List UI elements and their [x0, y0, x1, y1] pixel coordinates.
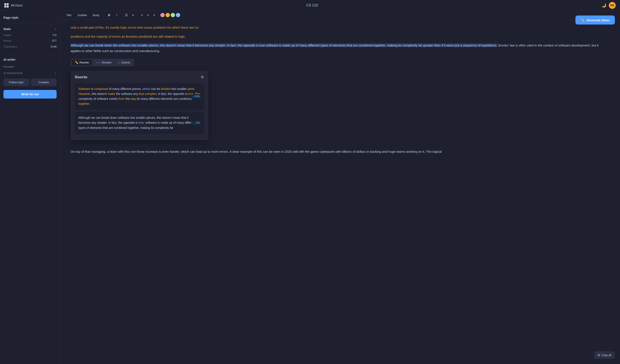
unordered-list-icon[interactable]: ☰: [123, 13, 130, 18]
stats-chevron-icon: ∨: [55, 28, 57, 30]
rewrite-popup-header: Rewrite ↻: [75, 75, 204, 80]
words-value: 377: [52, 39, 57, 42]
rewrite-inline-button[interactable]: ✏️ Rewrite: [72, 60, 92, 65]
prompt-chevron-icon: ›: [56, 66, 57, 68]
color-yellow-dot[interactable]: [166, 13, 170, 17]
stats-table: Pages 0.5 Words 377 Characters 2146: [3, 32, 57, 49]
copy-all-button[interactable]: ⊞ Copy all: [594, 351, 615, 359]
stats-words-row: Words 377: [3, 38, 57, 43]
align-right-icon[interactable]: ≡: [152, 13, 157, 18]
divider-2: [3, 54, 57, 54]
stats-chars-row: Characters 2146: [3, 44, 57, 49]
theme-toggle-icon[interactable]: 🌙: [602, 3, 606, 8]
rewrite-label: Rewrite: [79, 61, 89, 64]
badge-value-2: -1%: [195, 121, 200, 124]
toolbar-separator-1: [104, 13, 104, 17]
rewrite-icon: ✏️: [75, 61, 78, 64]
editor-area: Title Subtitle Body B I ☰ ≡ ≡ ≡ ≡ only a…: [60, 11, 620, 364]
highlight-software: Software: [78, 87, 90, 91]
color-red-dot[interactable]: [160, 13, 165, 17]
page-style-label: Page style: [3, 16, 18, 19]
prompt-section[interactable]: PROMPT ›: [3, 64, 57, 70]
pages-value: 0.5: [53, 33, 57, 37]
color-blue-dot[interactable]: [176, 13, 180, 17]
subtitle-format-button[interactable]: Subtitle: [75, 13, 89, 18]
highlight-way: way: [131, 97, 136, 100]
extend-inline-button[interactable]: ↔ Extend: [115, 60, 133, 65]
app-grid-icon[interactable]: [4, 3, 9, 8]
ai-behaviour-section[interactable]: AI BEHAVIOUR ∨: [3, 70, 57, 76]
badge-value-1: -10%: [194, 95, 200, 98]
divider-1: [3, 24, 57, 24]
italic-button[interactable]: I: [114, 13, 120, 18]
footer-paragraph: On top of that managing, a team with thi…: [71, 149, 610, 154]
highlight-true-semicolon: true;: [139, 121, 144, 124]
rewrite-option-2[interactable]: Although we can break down software into…: [75, 112, 204, 134]
write-for-me-button[interactable]: Write for me: [3, 90, 57, 99]
toolbar-separator-3: [137, 13, 138, 17]
highlight-less-complex: less complex;: [139, 92, 157, 95]
rewrite-popup: Rewrite ↻ Software is composed of many d…: [71, 71, 208, 140]
align-center-icon[interactable]: ≡: [145, 13, 151, 18]
copy-all-label: Copy all: [601, 353, 611, 357]
selected-paragraph: Although we can break down the software …: [71, 43, 610, 54]
rewrite-refresh-button[interactable]: ↻: [201, 75, 204, 80]
topbar-left: All Docs: [4, 3, 23, 8]
format-toolbar: Title Subtitle Body B I ☰ ≡ ≡ ≡ ≡: [60, 11, 620, 20]
words-label: Words: [3, 39, 11, 42]
generate-ideas-label: Generate Ideas: [587, 18, 610, 22]
avatar[interactable]: NN: [609, 2, 616, 9]
highlighted-text: Although we can break down the software …: [71, 44, 497, 47]
highlight-from: from: [119, 97, 125, 100]
bold-button[interactable]: B: [106, 13, 113, 18]
stats-label: Stats: [3, 27, 11, 31]
color-green-dot[interactable]: [171, 13, 175, 17]
ordered-list-icon[interactable]: ≡: [130, 13, 136, 18]
body-format-button[interactable]: Body: [90, 13, 102, 18]
page-style-chevron-icon: ›: [56, 16, 57, 19]
sidebar: Page style › Stats ∨ Pages 0.5 Words 377…: [0, 11, 60, 364]
extend-icon: ↔: [118, 61, 120, 64]
badge-down-icon-1: ↓: [192, 95, 193, 98]
highlight-together: together.: [78, 102, 90, 106]
shorten-inline-button[interactable]: →→ Shorten: [92, 60, 115, 65]
page-style-section[interactable]: Page style ›: [3, 14, 57, 22]
badge-down-icon-2: ↓: [193, 121, 195, 124]
extend-label: Extend: [122, 61, 130, 64]
rewrite-badge-2: ↓ -1%: [192, 121, 202, 125]
intro-paragraph-1: only a small part of this, it's mostly l…: [71, 25, 610, 30]
highlight-make: make: [108, 92, 115, 95]
shorten-label: Shorten: [102, 61, 111, 64]
generate-ideas-button[interactable]: ✏️ Generate Ideas: [575, 15, 615, 25]
generate-ideas-pen-icon: ✏️: [581, 18, 585, 22]
rewrite-option-2-text: Although we can break down software into…: [78, 115, 201, 130]
rewrite-option-1-text: Software is composed of many different p…: [78, 87, 201, 106]
align-left-icon[interactable]: ≡: [139, 13, 144, 18]
rewrite-option-1[interactable]: Software is composed of many different p…: [75, 83, 204, 110]
follow-topic-button[interactable]: Follow topic: [3, 78, 29, 86]
editor-content[interactable]: only a small part of this, it's mostly l…: [60, 20, 620, 364]
stats-pages-row: Pages 0.5: [3, 32, 57, 37]
ai-writer-header: AI writer: [3, 56, 57, 64]
toolbar-separator-4: [158, 13, 159, 17]
ai-behaviour-chevron-icon: ∨: [55, 72, 57, 75]
shorten-icon: →→: [95, 61, 101, 64]
ai-behaviour-label: AI BEHAVIOUR: [3, 72, 23, 75]
characters-value: 2146: [50, 45, 57, 48]
stats-section-header[interactable]: Stats ∨: [3, 26, 57, 32]
prompt-label: PROMPT: [3, 66, 15, 68]
creative-button[interactable]: Creative: [31, 78, 57, 86]
topbar: All Docs CS 110 🌙 NN: [0, 0, 620, 11]
intro-paragraph-2: problems and the majority of errors as B…: [71, 34, 610, 39]
highlight-composed: composed: [94, 87, 108, 91]
inline-action-toolbar: ✏️ Rewrite →→ Shorten ↔ Extend: [71, 59, 134, 66]
title-format-button[interactable]: Title: [64, 13, 74, 18]
main-layout: Page style › Stats ∨ Pages 0.5 Words 377…: [0, 11, 620, 364]
topbar-right: 🌙 NN: [602, 2, 616, 9]
rewrite-popup-title: Rewrite: [75, 75, 87, 79]
rewrite-badge-1: ↓ -10%: [190, 94, 202, 99]
ai-mode-buttons: Follow topic Creative: [3, 78, 57, 86]
pages-label: Pages: [3, 33, 11, 37]
highlight-divided: divided: [161, 87, 170, 91]
app-title: All Docs: [11, 3, 23, 7]
